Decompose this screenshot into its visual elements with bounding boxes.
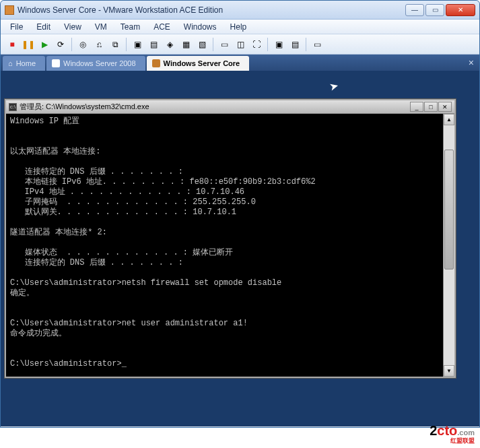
minimize-button[interactable]: — — [405, 4, 424, 16]
view-4[interactable]: ▤ — [287, 37, 302, 52]
separator — [213, 38, 213, 51]
tab-servercore[interactable]: Windows Server Core — [147, 56, 250, 71]
tab-label: Home — [16, 59, 36, 67]
separator — [126, 38, 127, 51]
maximize-button[interactable]: ▭ — [425, 4, 444, 16]
power-on-button[interactable]: ▶ — [37, 37, 52, 52]
menu-ace[interactable]: ACE — [147, 21, 177, 33]
toolbar: ■ ❚❚ ▶ ⟳ ◎ ⎌ ⧉ ▣ ▤ ◈ ▦ ▧ ▭ ◫ ⛶ ▣ ▤ ▭ — [1, 34, 479, 55]
cmd-output[interactable]: Windows IP 配置 以太网适配器 本地连接: 连接特定的 DNS 后缀 … — [6, 114, 443, 377]
separator — [306, 38, 306, 51]
cmd-titlebar[interactable]: c:\ 管理员: C:\Windows\system32\cmd.exe _ □… — [6, 100, 454, 114]
vm-console[interactable]: ➤ c:\ 管理员: C:\Windows\system32\cmd.exe _… — [1, 71, 479, 426]
cmd-icon: c:\ — [9, 103, 17, 111]
menubar: File Edit View VM Team ACE Windows Help — [1, 20, 479, 34]
titlebar[interactable]: Windows Server Core - VMware Workstation… — [1, 1, 479, 20]
window-title: Windows Server Core - VMware Workstation… — [18, 5, 405, 15]
cmd-title: 管理员: C:\Windows\system32\cmd.exe — [20, 102, 410, 112]
manage-button[interactable]: ⧉ — [108, 37, 123, 52]
cmd-maximize-button[interactable]: □ — [424, 102, 438, 112]
menu-help[interactable]: Help — [224, 21, 254, 33]
tab-label: Windows Server 2008 — [63, 59, 136, 67]
menu-windows[interactable]: Windows — [177, 21, 224, 33]
mouse-cursor-icon: ➤ — [328, 79, 339, 94]
view-2[interactable]: ◫ — [233, 37, 248, 52]
vm-icon — [52, 59, 60, 67]
menu-team[interactable]: Team — [114, 21, 147, 33]
menu-file[interactable]: File — [3, 21, 30, 33]
power-off-button[interactable]: ■ — [5, 37, 20, 52]
view-3[interactable]: ▣ — [271, 37, 286, 52]
app-icon — [5, 5, 14, 15]
cmd-minimize-button[interactable]: _ — [410, 102, 423, 112]
separator — [267, 38, 268, 51]
tool-1[interactable]: ▣ — [130, 37, 145, 52]
tab-ws2008[interactable]: Windows Server 2008 — [46, 56, 145, 71]
suspend-button[interactable]: ❚❚ — [21, 37, 36, 52]
fullscreen-button[interactable]: ⛶ — [249, 37, 264, 52]
home-icon: ⌂ — [8, 59, 13, 67]
menu-vm[interactable]: VM — [88, 21, 114, 33]
view-5[interactable]: ▭ — [310, 37, 324, 52]
reset-button[interactable]: ⟳ — [53, 37, 68, 52]
scroll-up-button[interactable]: ▲ — [444, 114, 454, 125]
tabbar: ⌂ Home Windows Server 2008 Windows Serve… — [1, 55, 479, 71]
cmd-window: c:\ 管理员: C:\Windows\system32\cmd.exe _ □… — [5, 99, 456, 378]
tool-2[interactable]: ▤ — [146, 37, 161, 52]
tab-home[interactable]: ⌂ Home — [3, 56, 45, 71]
view-1[interactable]: ▭ — [217, 37, 232, 52]
cmd-close-button[interactable]: ✕ — [438, 102, 452, 112]
revert-button[interactable]: ⎌ — [92, 37, 106, 52]
close-button[interactable]: ✕ — [446, 4, 475, 16]
vm-icon — [152, 59, 160, 67]
separator — [71, 38, 72, 51]
scrollbar[interactable]: ▲ ▼ — [443, 114, 454, 377]
tool-5[interactable]: ▧ — [195, 37, 209, 52]
scroll-down-button[interactable]: ▼ — [444, 365, 454, 377]
tool-4[interactable]: ▦ — [178, 37, 193, 52]
tab-close-button[interactable]: × — [469, 57, 474, 68]
scroll-track[interactable] — [444, 125, 454, 365]
scroll-thumb[interactable] — [444, 150, 454, 269]
tool-3[interactable]: ◈ — [162, 37, 177, 52]
watermark: 2cto.com 红盟联盟 — [430, 423, 475, 445]
snapshot-button[interactable]: ◎ — [75, 37, 90, 52]
menu-edit[interactable]: Edit — [30, 21, 57, 33]
vmware-window: Windows Server Core - VMware Workstation… — [0, 0, 480, 428]
tab-label: Windows Server Core — [164, 59, 240, 67]
menu-view[interactable]: View — [57, 21, 88, 33]
